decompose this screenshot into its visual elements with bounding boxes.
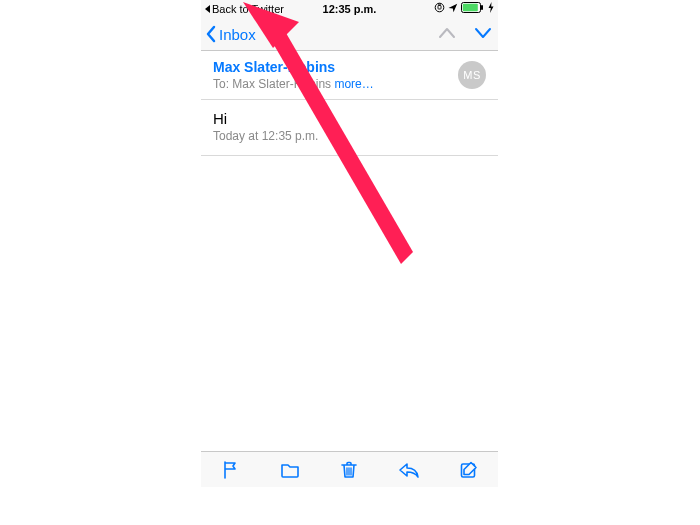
location-icon (448, 3, 458, 13)
delete-button[interactable] (339, 460, 359, 480)
status-icons (434, 2, 494, 13)
move-button[interactable] (280, 460, 300, 480)
back-caret-icon (205, 5, 210, 13)
next-message-button[interactable] (474, 26, 492, 40)
nav-bar: Inbox (201, 20, 498, 51)
svg-point-0 (435, 3, 444, 12)
avatar-initials: MS (463, 69, 481, 81)
back-label: Inbox (219, 26, 256, 43)
back-to-app-button[interactable]: Back to Twitter (205, 3, 284, 15)
flag-button[interactable] (221, 460, 241, 480)
charging-icon (488, 2, 494, 13)
email-header: MS Max Slater-Robins To: Max Slater-Robi… (201, 51, 498, 100)
compose-button[interactable] (459, 460, 479, 480)
subject-block: Hi Today at 12:35 p.m. (201, 100, 498, 156)
svg-rect-3 (481, 5, 483, 10)
previous-message-button[interactable] (438, 26, 456, 40)
rotation-lock-icon (434, 2, 445, 13)
to-recipient: Max Slater-Robins (232, 77, 331, 91)
email-date: Today at 12:35 p.m. (213, 129, 486, 143)
status-time: 12:35 p.m. (323, 3, 377, 15)
to-label: To: (213, 77, 229, 91)
to-line: To: Max Slater-Robins more… (213, 77, 486, 91)
svg-rect-4 (463, 4, 478, 11)
sender-name[interactable]: Max Slater-Robins (213, 59, 486, 75)
phone-screen: Back to Twitter 12:35 p.m. (201, 0, 498, 525)
bottom-toolbar (201, 451, 498, 487)
back-to-app-label: Back to Twitter (212, 3, 284, 15)
reply-button[interactable] (398, 460, 420, 480)
back-button[interactable]: Inbox (205, 25, 256, 43)
svg-rect-1 (438, 6, 441, 10)
battery-icon (461, 2, 485, 13)
chevron-left-icon (205, 25, 217, 43)
email-body (201, 156, 498, 498)
more-recipients-button[interactable]: more… (334, 77, 373, 91)
status-bar: Back to Twitter 12:35 p.m. (201, 0, 498, 20)
subject-line: Hi (213, 110, 486, 127)
avatar[interactable]: MS (458, 61, 486, 89)
